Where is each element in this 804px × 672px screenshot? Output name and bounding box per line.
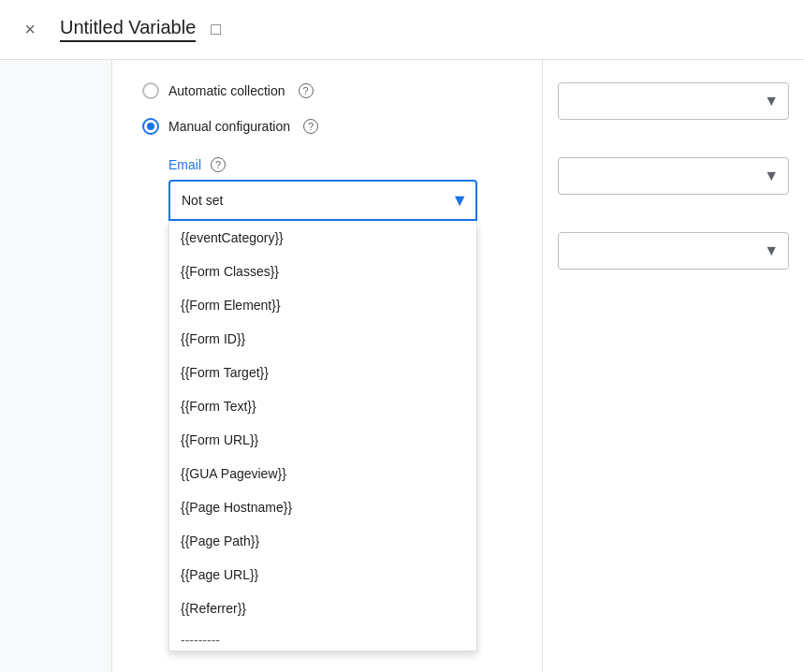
radio-manual-circle	[142, 118, 159, 135]
dropdown-item-8[interactable]: {{Page Hostname}}	[169, 490, 476, 524]
close-icon: ×	[24, 19, 36, 40]
radio-group: Automatic collection ? Manual configurat…	[142, 82, 512, 135]
dropdown-item-3[interactable]: {{Form ID}}	[169, 322, 476, 356]
radio-automatic-label: Automatic collection	[168, 83, 285, 98]
automatic-help-icon[interactable]: ?	[299, 83, 314, 98]
email-label-text: Email	[168, 157, 201, 172]
main-content: Automatic collection ? Manual configurat…	[0, 60, 804, 672]
manual-help-icon[interactable]: ?	[303, 119, 318, 134]
dropdown-item-4[interactable]: {{Form Target}}	[169, 356, 476, 389]
right-panel: ▼ ▼ ▼	[542, 60, 804, 672]
dropdown-item-11[interactable]: {{Referrer}}	[169, 592, 476, 625]
email-dropdown-value: Not set	[182, 193, 223, 208]
panel-arrow-3-icon: ▼	[764, 242, 779, 259]
panel-arrow-1-icon: ▼	[764, 93, 779, 110]
dropdown-separator: ---------	[169, 625, 476, 651]
email-help-icon[interactable]: ?	[211, 157, 226, 172]
content-area: Automatic collection ? Manual configurat…	[112, 60, 542, 672]
sidebar	[0, 60, 112, 672]
panel-dropdown-3[interactable]: ▼	[558, 232, 789, 270]
dropdown-item-7[interactable]: {{GUA Pageview}}	[169, 457, 476, 490]
dropdown-item-6[interactable]: {{Form URL}}	[169, 423, 476, 457]
close-button[interactable]: ×	[15, 15, 45, 45]
panel-dropdown-2[interactable]: ▼	[558, 157, 789, 195]
panel-dropdown-1[interactable]: ▼	[558, 82, 789, 120]
email-section: Email ? Not set ▼ {{eventCategory}}{{For…	[168, 157, 512, 221]
dropdown-list: {{eventCategory}}{{Form Classes}}{{Form …	[168, 221, 477, 651]
dropdown-item-5[interactable]: {{Form Text}}	[169, 389, 476, 423]
email-dropdown-wrapper: Not set ▼ {{eventCategory}}{{Form Classe…	[168, 180, 477, 221]
panel-arrow-2-icon: ▼	[764, 168, 779, 184]
dropdown-scroll[interactable]: {{eventCategory}}{{Form Classes}}{{Form …	[169, 221, 476, 651]
radio-manual-label: Manual configuration	[168, 119, 290, 134]
dropdown-item-9[interactable]: {{Page Path}}	[169, 524, 476, 558]
dropdown-item-2[interactable]: {{Form Element}}	[169, 288, 476, 322]
dropdown-item-10[interactable]: {{Page URL}}	[169, 558, 476, 592]
email-dropdown[interactable]: Not set	[168, 180, 477, 221]
email-field-label: Email ?	[168, 157, 512, 172]
radio-manual[interactable]: Manual configuration ?	[142, 118, 512, 135]
radio-automatic[interactable]: Automatic collection ?	[142, 82, 512, 99]
radio-automatic-circle	[142, 82, 159, 99]
dropdown-item-1[interactable]: {{Form Classes}}	[169, 255, 476, 288]
header: × Untitled Variable □	[0, 0, 804, 60]
page-title: Untitled Variable	[60, 17, 196, 42]
dropdown-item-0[interactable]: {{eventCategory}}	[169, 221, 476, 255]
folder-icon[interactable]: □	[211, 20, 221, 39]
